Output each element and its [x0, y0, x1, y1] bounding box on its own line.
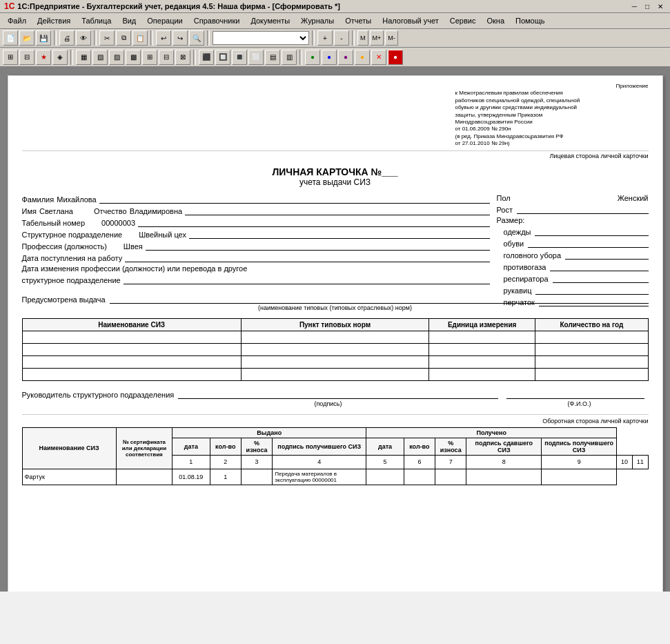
btn-t2-4[interactable]: ◈ [52, 50, 68, 65]
th2-recv-date: дата [366, 438, 404, 455]
th2-recv-qty: кол-во [404, 438, 435, 455]
btn-t2-2[interactable]: ⊟ [19, 50, 35, 65]
btn-redo[interactable]: ↪ [173, 30, 188, 46]
th2-recv-sign2: подпись получившего СИЗ [542, 438, 617, 455]
btn-paste[interactable]: 📋 [132, 30, 148, 46]
hire-label: Дата поступления на работу [22, 254, 123, 262]
menu-help[interactable]: Помощь [511, 14, 550, 27]
btn-open[interactable]: 📂 [19, 30, 35, 46]
menu-tax[interactable]: Налоговый учет [377, 14, 444, 27]
btn-undo[interactable]: ↩ [156, 30, 171, 46]
btn-t2-8[interactable]: ▩ [126, 50, 141, 65]
patronymic-line [185, 206, 489, 215]
btn-t2-15[interactable]: ⬜ [248, 50, 264, 65]
row2-rdate [366, 469, 404, 485]
appendix-line8: (в ред. Приказа Минздравсоцразвития РФ [455, 133, 649, 140]
btn-t2-17[interactable]: ▥ [282, 50, 297, 65]
th2-recv-iznos: % износа [435, 438, 466, 455]
btn-t2-6[interactable]: ▧ [92, 50, 108, 65]
btn-preview[interactable]: 👁 [76, 30, 91, 46]
btn-find[interactable]: 🔍 [189, 30, 204, 46]
th2-issued-qty: кол-во [210, 438, 241, 455]
row2-idate: 01.08.19 [173, 469, 210, 485]
odezhda-row: одежды [497, 226, 649, 236]
menu-windows[interactable]: Окна [482, 14, 509, 27]
btn-zoom-out[interactable]: - [334, 30, 349, 46]
prof-label: Профессия (должность) [22, 242, 107, 251]
perchatki-label: перчаток [504, 298, 535, 306]
th2-sert: № сертификата или декларации соответстви… [116, 427, 173, 469]
btn-t2-16[interactable]: ▤ [265, 50, 280, 65]
transfer-label: Дата изменения профессии (должности) или… [22, 264, 248, 273]
btn-t2-22[interactable]: ✕ [371, 50, 386, 65]
btn-t2-1[interactable]: ⊞ [3, 50, 18, 65]
transfer-row1: Дата изменения профессии (должности) или… [22, 264, 490, 273]
btn-copy[interactable]: ⧉ [116, 30, 131, 46]
prof-line [146, 241, 490, 251]
menu-table[interactable]: Таблица [77, 14, 116, 27]
firstname-label: Имя [22, 207, 37, 215]
th2-issued-date: дата [173, 438, 210, 455]
btn-t2-20[interactable]: ● [338, 50, 353, 65]
menu-journals[interactable]: Журналы [296, 14, 339, 27]
th2-name: Наименование СИЗ [22, 427, 116, 469]
btn-t2-11[interactable]: ⊠ [175, 50, 190, 65]
btn-cut[interactable]: ✂ [99, 30, 115, 46]
menu-operations[interactable]: Операции [142, 14, 187, 27]
rukavitsy-label: рукавиц [504, 286, 532, 295]
btn-mminus[interactable]: M- [385, 30, 398, 46]
btn-m[interactable]: M [357, 30, 368, 46]
btn-t2-9[interactable]: ⊞ [142, 50, 157, 65]
title-sub: учета выдачи СИЗ [22, 177, 649, 187]
btn-save[interactable]: 💾 [36, 30, 51, 46]
menu-reports[interactable]: Отчеты [340, 14, 376, 27]
btn-t2-19[interactable]: ● [322, 50, 337, 65]
left-fields: Фамилия Михайлова Имя Светлана Отчество … [22, 194, 490, 284]
minimize-btn[interactable]: ─ [629, 3, 640, 10]
sig-line-1 [178, 389, 497, 399]
toolbar-combo[interactable] [213, 31, 309, 45]
odezhda-line [535, 226, 648, 236]
btn-t2-14[interactable]: 🔳 [232, 50, 247, 65]
menu-references[interactable]: Справочники [189, 14, 245, 27]
dept-line [189, 229, 490, 239]
row2-rsign2 [542, 469, 617, 485]
col-num-3: 3 [241, 455, 272, 469]
hire-line [125, 253, 489, 262]
lastname-line [99, 194, 490, 204]
rost-label: Рост [497, 206, 513, 214]
btn-t2-13[interactable]: 🔲 [215, 50, 230, 65]
btn-t2-7[interactable]: ▨ [109, 50, 124, 65]
menu-service[interactable]: Сервис [445, 14, 481, 27]
maximize-btn[interactable]: □ [642, 3, 652, 10]
dept-value: Швейный цех [139, 231, 186, 239]
rukavitsy-row: рукавиц [497, 285, 649, 295]
toolbar-2: ⊞ ⊟ ★ ◈ ▦ ▧ ▨ ▩ ⊞ ⊟ ⊠ ⬛ 🔲 🔳 ⬜ ▤ ▥ ● ● ● … [0, 48, 670, 67]
respirator-row: респиратора [497, 273, 649, 283]
btn-t2-12[interactable]: ⬛ [199, 50, 214, 65]
btn-t2-3[interactable]: ★ [36, 50, 51, 65]
btn-new[interactable]: 📄 [3, 30, 18, 46]
menu-file[interactable]: Файл [3, 14, 31, 27]
back-side-label: Оборотная сторона личной карточки [22, 414, 649, 425]
appendix-line7: от 01.06.2009 № 290н [455, 126, 649, 133]
close-btn[interactable]: ✕ [655, 3, 666, 10]
btn-mplus[interactable]: M+ [370, 30, 384, 46]
menu-documents[interactable]: Документы [246, 14, 295, 27]
menu-view[interactable]: Вид [117, 14, 141, 27]
appendix-text: Приложение к Межотраслевым правилам обес… [455, 83, 649, 148]
btn-t2-21[interactable]: ● [355, 50, 370, 65]
col-num-11: 11 [632, 455, 648, 469]
btn-zoom-in[interactable]: + [317, 30, 333, 46]
firstname-row: Имя Светлана Отчество Владимировна [22, 206, 490, 215]
razmer-row: Размер: [497, 216, 649, 224]
menu-bar: Файл Действия Таблица Вид Операции Справ… [0, 13, 670, 29]
btn-t2-18[interactable]: ● [305, 50, 320, 65]
btn-t2-23[interactable]: ● [388, 50, 403, 65]
col-num-7: 7 [435, 455, 466, 469]
menu-actions[interactable]: Действия [32, 14, 75, 27]
btn-t2-5[interactable]: ▦ [76, 50, 91, 65]
transfer-label2: структурное подразделение [22, 276, 121, 284]
btn-t2-10[interactable]: ⊟ [159, 50, 174, 65]
btn-print[interactable]: 🖨 [59, 30, 75, 46]
